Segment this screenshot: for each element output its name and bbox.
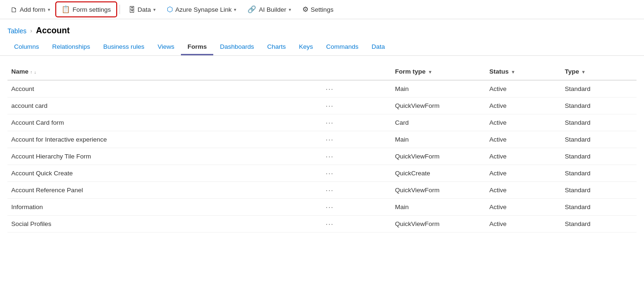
name-sort-up-icon[interactable]: ↑ bbox=[30, 70, 33, 75]
cell-name: Account bbox=[7, 80, 322, 98]
breadcrumb-separator: › bbox=[30, 27, 32, 34]
row-context-menu[interactable]: ··· bbox=[322, 148, 391, 165]
cell-name: Information bbox=[7, 199, 322, 216]
data-button[interactable]: 🗄 Data ▾ bbox=[124, 3, 161, 16]
ai-builder-button[interactable]: 🔗 AI Builder ▾ bbox=[243, 3, 296, 16]
cell-status: Active bbox=[486, 114, 561, 131]
cell-form-type: Main bbox=[391, 199, 486, 216]
table-row: Information ··· Main Active Standard bbox=[7, 199, 637, 216]
row-context-menu[interactable]: ··· bbox=[322, 182, 391, 199]
table-row: Account Reference Panel ··· QuickViewFor… bbox=[7, 182, 637, 199]
synapse-button[interactable]: ⬡ Azure Synapse Link ▾ bbox=[162, 3, 241, 16]
cell-type: Standard bbox=[561, 165, 637, 182]
cell-form-type: QuickViewForm bbox=[391, 98, 486, 114]
cell-name: account card bbox=[7, 98, 322, 114]
ai-builder-chevron-icon: ▾ bbox=[289, 7, 291, 12]
cell-type: Standard bbox=[561, 80, 637, 98]
row-context-menu[interactable]: ··· bbox=[322, 131, 391, 148]
tab-columns[interactable]: Columns bbox=[7, 39, 45, 55]
synapse-label: Azure Synapse Link bbox=[175, 6, 232, 13]
cell-type: Standard bbox=[561, 131, 637, 148]
row-context-menu[interactable]: ··· bbox=[322, 199, 391, 216]
table-area: Name ↑ ↓ Form type ▾ Status ▾ Type ▾ bbox=[0, 56, 644, 233]
add-form-button[interactable]: 🗋 Add form ▾ bbox=[6, 3, 55, 16]
cell-status: Active bbox=[486, 199, 561, 216]
col-header-status: Status ▾ bbox=[486, 63, 561, 80]
table-row: Account for Interactive experience ··· M… bbox=[7, 131, 637, 148]
tab-views[interactable]: Views bbox=[151, 39, 181, 55]
name-sort-down-icon[interactable]: ↓ bbox=[34, 70, 37, 75]
tab-forms[interactable]: Forms bbox=[181, 39, 213, 55]
data-chevron-icon: ▾ bbox=[153, 7, 156, 12]
settings-button[interactable]: ⚙ Settings bbox=[298, 3, 338, 16]
cell-type: Standard bbox=[561, 114, 637, 131]
cell-status: Active bbox=[486, 165, 561, 182]
table-row: Account ··· Main Active Standard bbox=[7, 80, 637, 98]
settings-label: Settings bbox=[311, 6, 334, 13]
tab-commands[interactable]: Commands bbox=[320, 39, 365, 55]
col-header-name: Name ↑ ↓ bbox=[7, 63, 322, 80]
cell-type: Standard bbox=[561, 199, 637, 216]
cell-status: Active bbox=[486, 216, 561, 233]
breadcrumb-parent-link[interactable]: Tables bbox=[7, 27, 26, 35]
form-settings-icon: 📋 bbox=[61, 5, 70, 14]
col-header-type: Type ▾ bbox=[561, 63, 637, 80]
row-context-menu[interactable]: ··· bbox=[322, 216, 391, 233]
ai-builder-icon: 🔗 bbox=[247, 5, 256, 14]
synapse-chevron-icon: ▾ bbox=[234, 7, 236, 12]
synapse-icon: ⬡ bbox=[167, 5, 173, 14]
tab-business-rules[interactable]: Business rules bbox=[97, 39, 151, 55]
table-row: Account Card form ··· Card Active Standa… bbox=[7, 114, 637, 131]
add-form-icon: 🗋 bbox=[10, 6, 17, 14]
cell-name: Account Reference Panel bbox=[7, 182, 322, 199]
settings-icon: ⚙ bbox=[302, 5, 308, 14]
table-row: Account Quick Create ··· QuickCreate Act… bbox=[7, 165, 637, 182]
cell-name: Account Hierarchy Tile Form bbox=[7, 148, 322, 165]
col-header-form-type: Form type ▾ bbox=[391, 63, 486, 80]
tab-data[interactable]: Data bbox=[365, 39, 392, 55]
subnav: Columns Relationships Business rules Vie… bbox=[0, 39, 644, 56]
table-header-row: Name ↑ ↓ Form type ▾ Status ▾ Type ▾ bbox=[7, 63, 637, 80]
breadcrumb-current: Account bbox=[36, 26, 70, 36]
cell-form-type: QuickCreate bbox=[391, 165, 486, 182]
tab-dashboards[interactable]: Dashboards bbox=[213, 39, 261, 55]
table-row: Account Hierarchy Tile Form ··· QuickVie… bbox=[7, 148, 637, 165]
cell-status: Active bbox=[486, 148, 561, 165]
cell-form-type: QuickViewForm bbox=[391, 182, 486, 199]
data-icon: 🗄 bbox=[128, 6, 135, 14]
status-chevron-icon[interactable]: ▾ bbox=[512, 69, 514, 75]
cell-form-type: QuickViewForm bbox=[391, 216, 486, 233]
cell-type: Standard bbox=[561, 216, 637, 233]
form-settings-label: Form settings bbox=[73, 6, 111, 13]
type-chevron-icon[interactable]: ▾ bbox=[582, 69, 584, 75]
row-context-menu[interactable]: ··· bbox=[322, 80, 391, 98]
cell-status: Active bbox=[486, 131, 561, 148]
cell-type: Standard bbox=[561, 148, 637, 165]
form-type-chevron-icon[interactable]: ▾ bbox=[429, 69, 431, 75]
cell-name: Social Profiles bbox=[7, 216, 322, 233]
data-label: Data bbox=[138, 6, 151, 13]
cell-type: Standard bbox=[561, 182, 637, 199]
form-settings-button[interactable]: 📋 Form settings bbox=[57, 3, 116, 16]
cell-form-type: QuickViewForm bbox=[391, 148, 486, 165]
cell-form-type: Main bbox=[391, 131, 486, 148]
cell-name: Account for Interactive experience bbox=[7, 131, 322, 148]
table-row: account card ··· QuickViewForm Active St… bbox=[7, 98, 637, 114]
tab-relationships[interactable]: Relationships bbox=[45, 39, 97, 55]
row-context-menu[interactable]: ··· bbox=[322, 98, 391, 114]
toolbar-separator-1 bbox=[120, 5, 120, 14]
row-context-menu[interactable]: ··· bbox=[322, 114, 391, 131]
add-form-label: Add form bbox=[20, 6, 45, 13]
tab-keys[interactable]: Keys bbox=[292, 39, 320, 55]
col-header-dots bbox=[322, 63, 391, 80]
cell-status: Active bbox=[486, 182, 561, 199]
toolbar: 🗋 Add form ▾ 📋 Form settings 🗄 Data ▾ ⬡ … bbox=[0, 0, 644, 19]
tab-charts[interactable]: Charts bbox=[261, 39, 292, 55]
cell-status: Active bbox=[486, 98, 561, 114]
cell-name: Account Card form bbox=[7, 114, 322, 131]
table-row: Social Profiles ··· QuickViewForm Active… bbox=[7, 216, 637, 233]
row-context-menu[interactable]: ··· bbox=[322, 165, 391, 182]
cell-name: Account Quick Create bbox=[7, 165, 322, 182]
forms-table: Name ↑ ↓ Form type ▾ Status ▾ Type ▾ bbox=[7, 63, 637, 233]
ai-builder-label: AI Builder bbox=[259, 6, 286, 13]
